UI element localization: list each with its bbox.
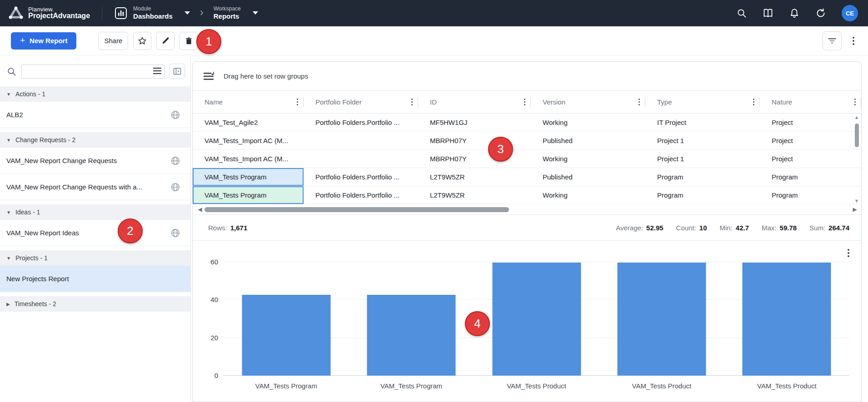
search-icon[interactable]: [736, 8, 747, 19]
sidebar-group-header[interactable]: ▼Projects - 1: [0, 250, 190, 266]
search-options-menu-icon[interactable]: [153, 68, 161, 74]
column-header-portfolio-folder[interactable]: Portfolio Folder: [304, 91, 418, 113]
share-button[interactable]: Share: [98, 32, 128, 50]
workspace-switcher[interactable]: Workspace Reports: [214, 6, 258, 20]
sidebar-group-header[interactable]: ▶Timesheets - 2: [0, 296, 190, 312]
sidebar-group-header[interactable]: ▼Ideas - 1: [0, 204, 190, 220]
help-book-icon[interactable]: [763, 8, 773, 19]
table-row[interactable]: VAM_Tests_Import AC (M...MBRPH07YWorking…: [193, 150, 861, 168]
sidebar-item[interactable]: New Projects Report: [0, 266, 190, 292]
sidebar-search-input[interactable]: [21, 65, 165, 79]
scroll-up-icon[interactable]: ▲: [854, 114, 859, 120]
table-cell[interactable]: Working: [531, 186, 645, 204]
column-header-name[interactable]: Name: [193, 91, 304, 113]
column-header-type[interactable]: Type: [645, 91, 760, 113]
chart-bar[interactable]: [242, 295, 330, 376]
sidebar-group-header[interactable]: ▼Actions - 1: [0, 86, 190, 102]
collapse-sidebar-button[interactable]: [170, 64, 185, 79]
table-cell[interactable]: MBRPH07Y: [418, 132, 531, 149]
column-header-label: Type: [657, 98, 672, 106]
chart-bar[interactable]: [367, 295, 456, 376]
chart-bar[interactable]: [492, 263, 581, 376]
table-cell[interactable]: Project: [760, 132, 861, 149]
table-cell[interactable]: Program: [645, 186, 760, 204]
table-cell[interactable]: Portfolio Folders.Portfolio ...: [304, 114, 418, 131]
table-cell[interactable]: Working: [531, 114, 645, 131]
table-cell[interactable]: IT Project: [645, 114, 760, 131]
chart-bar-slot: VAM_Tests Program: [349, 262, 474, 376]
table-cell[interactable]: L2T9W5ZR: [418, 168, 531, 186]
user-avatar[interactable]: CE: [842, 5, 858, 21]
column-menu-icon[interactable]: [636, 97, 643, 107]
table-cell[interactable]: VAM_Tests Program: [193, 186, 304, 204]
table-cell[interactable]: Working: [531, 150, 645, 168]
column-menu-icon[interactable]: [521, 97, 528, 107]
sidebar-item[interactable]: ALB2: [0, 102, 190, 128]
table-cell[interactable]: Project: [760, 114, 861, 131]
table-cell[interactable]: VAM_Tests_Import AC (M...: [193, 132, 304, 149]
notifications-bell-icon[interactable]: [789, 8, 800, 19]
table-row[interactable]: VAM_Tests ProgramPortfolio Folders.Portf…: [193, 168, 861, 186]
table-cell[interactable]: Published: [531, 168, 645, 186]
globe-icon: [170, 228, 180, 238]
table-cell[interactable]: Program: [760, 186, 861, 204]
chart-bar[interactable]: [617, 263, 706, 376]
sidebar-group-label: Actions - 1: [15, 90, 45, 98]
sidebar-group-header[interactable]: ▼Change Requests - 2: [0, 132, 190, 148]
column-menu-icon[interactable]: [852, 97, 858, 107]
sidebar-group-label: Projects - 1: [15, 254, 48, 262]
table-cell[interactable]: VAM_Tests Program: [193, 168, 304, 186]
table-row[interactable]: VAM_Tests ProgramPortfolio Folders.Portf…: [193, 186, 861, 204]
sidebar-item-label: VAM_New Report Ideas: [6, 229, 170, 237]
table-cell[interactable]: Published: [531, 132, 645, 149]
vertical-scrollbar[interactable]: ▲ ▼: [853, 114, 860, 203]
table-row[interactable]: VAM_Tests_Import AC (M...MBRPH07YPublish…: [193, 132, 861, 150]
table-cell[interactable]: VAM_Test_Agile2: [193, 114, 304, 131]
scroll-down-icon[interactable]: ▼: [854, 198, 859, 203]
table-cell[interactable]: [304, 132, 418, 149]
sidebar-item[interactable]: VAM_New Report Change Requests with a...: [0, 174, 190, 200]
filter-button[interactable]: [823, 31, 842, 50]
sidebar-item[interactable]: VAM_New Report Ideas: [0, 220, 190, 246]
column-menu-icon[interactable]: [750, 97, 757, 107]
row-group-dropzone[interactable]: Drag here to set row groups: [193, 62, 861, 91]
table-cell[interactable]: Project 1: [645, 132, 760, 149]
module-label: Module: [133, 6, 173, 12]
vertical-scroll-thumb[interactable]: [855, 124, 859, 147]
column-header-version[interactable]: Version: [531, 91, 645, 113]
horizontal-scrollbar[interactable]: ◀ ▶: [193, 204, 861, 214]
column-menu-icon[interactable]: [409, 97, 415, 107]
table-cell[interactable]: VAM_Tests_Import AC (M...: [193, 150, 304, 168]
refresh-icon[interactable]: [815, 8, 826, 19]
chart-bar[interactable]: [743, 263, 831, 376]
new-report-button[interactable]: + New Report: [11, 32, 76, 50]
table-cell[interactable]: Portfolio Folders.Portfolio ...: [304, 168, 418, 186]
brand-logo[interactable]: Planview. ProjectAdvantage: [8, 6, 90, 20]
table-row[interactable]: VAM_Test_Agile2Portfolio Folders.Portfol…: [193, 114, 861, 132]
aggregate-label: Average:: [616, 224, 643, 232]
toolbar-more-menu[interactable]: [851, 35, 856, 47]
table-cell[interactable]: Program: [645, 168, 760, 186]
table-cell[interactable]: Program: [760, 168, 861, 186]
module-switcher[interactable]: Module Dashboards: [114, 6, 190, 20]
edit-button[interactable]: [156, 32, 175, 50]
column-menu-icon[interactable]: [294, 97, 301, 107]
bar-chart: 0204060VAM_Tests ProgramVAM_Tests Progra…: [224, 262, 849, 376]
column-header-nature[interactable]: Nature: [760, 91, 861, 113]
chart-menu[interactable]: [846, 247, 851, 259]
table-cell[interactable]: [304, 150, 418, 168]
sidebar-item[interactable]: VAM_New Report Change Requests: [0, 148, 190, 174]
table-cell[interactable]: Portfolio Folders.Portfolio ...: [304, 186, 418, 204]
table-cell[interactable]: L2T9W5ZR: [418, 186, 531, 204]
table-cell[interactable]: Project 1: [645, 150, 760, 168]
delete-button[interactable]: [180, 32, 198, 50]
table-cell[interactable]: MF5HW1GJ: [418, 114, 531, 131]
horizontal-scroll-thumb[interactable]: [205, 207, 509, 212]
rows-count: 1,671: [230, 224, 248, 232]
table-cell[interactable]: MBRPH07Y: [418, 150, 531, 168]
scroll-left-icon[interactable]: ◀: [196, 206, 204, 213]
favorite-button[interactable]: [133, 32, 151, 50]
table-cell[interactable]: Project: [760, 150, 861, 168]
column-header-id[interactable]: ID: [418, 91, 531, 113]
scroll-right-icon[interactable]: ▶: [851, 206, 858, 213]
